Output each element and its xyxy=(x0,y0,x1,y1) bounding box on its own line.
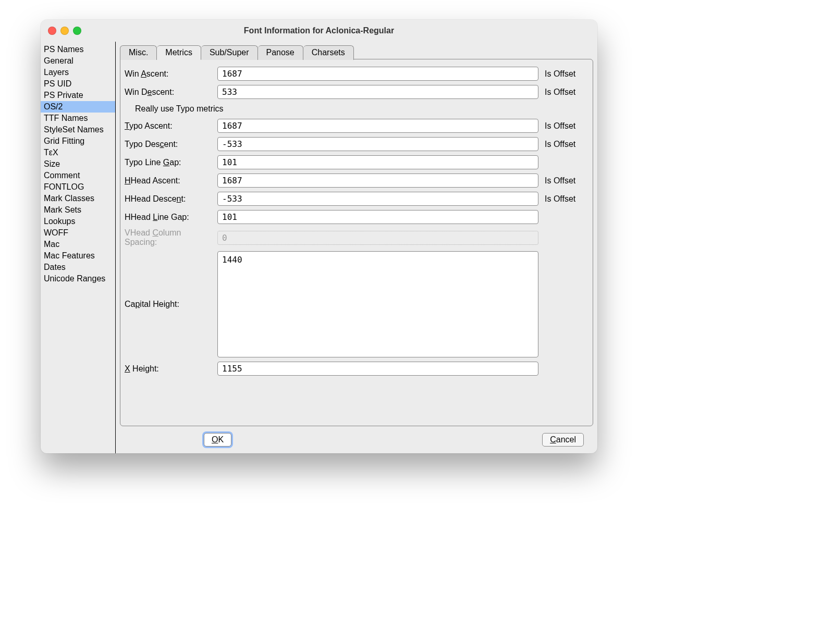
sidebar-item-dates[interactable]: Dates xyxy=(41,262,115,273)
sidebar-item-mac-features[interactable]: Mac Features xyxy=(41,250,115,262)
sidebar-item-ps-names[interactable]: PS Names xyxy=(41,44,115,55)
win-descent-input[interactable] xyxy=(217,85,538,99)
really-use-typo-label[interactable]: Really use Typo metrics xyxy=(124,104,224,114)
sidebar-item-mark-sets[interactable]: Mark Sets xyxy=(41,204,115,216)
ok-button[interactable]: OK xyxy=(204,433,231,447)
sidebar: PS NamesGeneralLayersPS UIDPS PrivateOS/… xyxy=(41,42,116,453)
dialog-footer: OK Cancel xyxy=(120,426,593,453)
typo-linegap-input[interactable] xyxy=(217,155,538,169)
sidebar-item-fontlog[interactable]: FONTLOG xyxy=(41,181,115,193)
sidebar-item-mark-classes[interactable]: Mark Classes xyxy=(41,193,115,204)
sidebar-item-t-x[interactable]: TεX xyxy=(41,147,115,158)
hhead-ascent-label: HHead Ascent: xyxy=(124,176,215,185)
sidebar-item-size[interactable]: Size xyxy=(41,158,115,170)
hhead-descent-input[interactable] xyxy=(217,192,538,206)
window-minimize-icon[interactable] xyxy=(60,27,69,35)
hhead-descent-label: HHead Descent: xyxy=(124,194,215,204)
typo-ascent-label: Typo Ascent: xyxy=(124,121,215,131)
win-descent-offset-label[interactable]: Is Offset xyxy=(541,88,590,97)
window-title: Font Information for Aclonica-Regular xyxy=(41,26,597,35)
win-ascent-input[interactable] xyxy=(217,67,538,81)
typo-descent-input[interactable] xyxy=(217,137,538,151)
tab-sub-super[interactable]: Sub/Super xyxy=(201,45,258,60)
vhead-column-spacing-input xyxy=(217,231,538,245)
typo-ascent-input[interactable] xyxy=(217,119,538,133)
typo-descent-offset-label[interactable]: Is Offset xyxy=(541,140,590,149)
cancel-button[interactable]: Cancel xyxy=(542,433,584,447)
hhead-descent-offset-label[interactable]: Is Offset xyxy=(541,194,590,204)
win-ascent-offset-label[interactable]: Is Offset xyxy=(541,69,590,79)
tab-misc-[interactable]: Misc. xyxy=(120,45,157,60)
window-zoom-icon[interactable] xyxy=(73,27,81,35)
sidebar-item-grid-fitting[interactable]: Grid Fitting xyxy=(41,135,115,147)
sidebar-item-woff[interactable]: WOFF xyxy=(41,227,115,239)
hhead-ascent-offset-label[interactable]: Is Offset xyxy=(541,176,590,185)
sidebar-item-os-2[interactable]: OS/2 xyxy=(41,101,115,113)
metrics-panel: Win Ascent: Is Offset Win Descent: Is Of… xyxy=(120,59,593,426)
sidebar-item-styleset-names[interactable]: StyleSet Names xyxy=(41,124,115,135)
hhead-ascent-input[interactable] xyxy=(217,174,538,188)
typo-descent-label: Typo Descent: xyxy=(124,140,215,149)
sidebar-item-layers[interactable]: Layers xyxy=(41,67,115,78)
font-info-window: Font Information for Aclonica-Regular PS… xyxy=(41,20,597,453)
capital-height-label: Capital Height: xyxy=(124,300,215,309)
titlebar: Font Information for Aclonica-Regular xyxy=(41,20,597,42)
sidebar-item-ps-uid[interactable]: PS UID xyxy=(41,78,115,90)
tab-charsets[interactable]: Charsets xyxy=(303,45,354,60)
sidebar-item-comment[interactable]: Comment xyxy=(41,170,115,181)
win-descent-label: Win Descent: xyxy=(124,88,215,97)
sidebar-item-ttf-names[interactable]: TTF Names xyxy=(41,113,115,124)
tab-metrics[interactable]: Metrics xyxy=(157,45,201,60)
x-height-input[interactable] xyxy=(217,362,538,376)
window-close-icon[interactable] xyxy=(48,27,56,35)
sidebar-item-lookups[interactable]: Lookups xyxy=(41,216,115,227)
hhead-linegap-input[interactable] xyxy=(217,210,538,224)
sidebar-item-mac[interactable]: Mac xyxy=(41,239,115,250)
win-ascent-label: Win Ascent: xyxy=(124,69,215,79)
sidebar-item-ps-private[interactable]: PS Private xyxy=(41,90,115,101)
x-height-label: X Height: xyxy=(124,364,215,374)
vhead-column-spacing-label: VHead Column Spacing: xyxy=(124,228,215,247)
typo-linegap-label: Typo Line Gap: xyxy=(124,158,215,167)
typo-ascent-offset-label[interactable]: Is Offset xyxy=(541,121,590,131)
tab-panose[interactable]: Panose xyxy=(258,45,303,60)
tab-bar: Misc.MetricsSub/SuperPanoseCharsets xyxy=(120,45,593,59)
capital-height-input[interactable]: 1440 xyxy=(217,251,538,357)
sidebar-item-general[interactable]: General xyxy=(41,55,115,67)
hhead-linegap-label: HHead Line Gap: xyxy=(124,213,215,222)
sidebar-item-unicode-ranges[interactable]: Unicode Ranges xyxy=(41,273,115,284)
